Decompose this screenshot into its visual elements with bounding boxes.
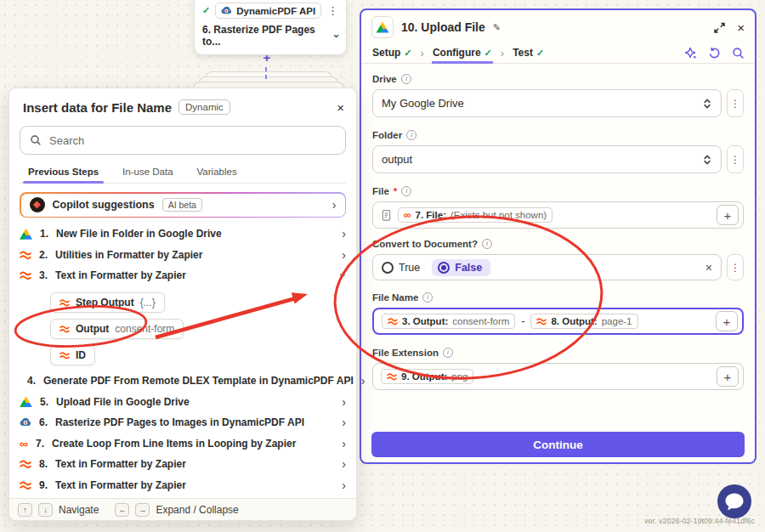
search-box[interactable]: [20, 126, 346, 155]
folder-field-menu-button[interactable]: ⋮: [727, 145, 744, 173]
info-icon[interactable]: i: [443, 348, 453, 358]
radio-true[interactable]: True: [382, 262, 420, 274]
output-pill-step-output[interactable]: Step Output {...}: [50, 292, 165, 313]
insert-data-button[interactable]: +: [716, 311, 738, 331]
ai-sparkle-icon[interactable]: [684, 47, 697, 59]
close-icon[interactable]: ×: [337, 101, 344, 114]
step-number: 9.: [39, 479, 48, 491]
file-name-token-1[interactable]: 3. Output: consent-form: [382, 314, 515, 329]
step-menu-button[interactable]: ⋮: [327, 4, 338, 17]
formatter-icon: [60, 297, 70, 308]
pill-value: {...}: [140, 297, 156, 308]
drive-select[interactable]: My Google Drive: [372, 89, 722, 117]
chevron-down-icon[interactable]: ›: [330, 34, 343, 37]
info-icon[interactable]: i: [406, 130, 416, 140]
tab-variables[interactable]: Variables: [197, 163, 237, 183]
formatter-icon: [387, 371, 397, 382]
step-label: Text in Formatter by Zapier: [55, 269, 186, 281]
tab-separator-chevron: ›: [421, 47, 424, 59]
info-icon[interactable]: i: [422, 292, 433, 303]
info-icon[interactable]: i: [401, 74, 411, 84]
tab-configure[interactable]: Configure ✓: [432, 42, 493, 63]
step-row-9[interactable]: 9. Text in Formatter by Zapier ›: [20, 475, 346, 496]
file-name-token-2[interactable]: 8. Output: page-1: [530, 314, 638, 329]
folder-value: output: [382, 153, 702, 166]
select-stepper-icon: [702, 153, 712, 167]
step-number: 7.: [36, 438, 44, 450]
step-row-4[interactable]: 4. Generate PDF From Remote DLEX Templat…: [20, 371, 346, 392]
folder-select[interactable]: output: [372, 145, 722, 173]
info-icon[interactable]: i: [401, 186, 411, 196]
step-label: Generate PDF From Remote DLEX Template i…: [43, 375, 354, 387]
drive-value: My Google Drive: [382, 97, 702, 110]
output-pill-id[interactable]: ID: [50, 345, 95, 365]
chevron-right-icon: ›: [342, 228, 346, 240]
refresh-icon[interactable]: [708, 47, 721, 59]
file-input[interactable]: ∞ 7. File: (Exists but not shown) +: [372, 201, 744, 229]
step-card-rasterize[interactable]: ✓ DynamicPDF API ⋮ 6. Rasterize PDF Page…: [194, 0, 347, 55]
convert-label: Convert to Document?: [372, 239, 478, 249]
step-label: Create Loop From Line Items in Looping b…: [52, 438, 296, 450]
step-row-8[interactable]: 8. Text in Formatter by Zapier ›: [20, 454, 346, 475]
step-number: 1.: [40, 228, 48, 240]
chevron-right-icon: ›: [342, 458, 346, 470]
tab-in-use-data[interactable]: In-use Data: [122, 163, 173, 183]
step-number: 8.: [39, 458, 48, 470]
dynamicpdf-icon: [20, 416, 31, 428]
step-row-2[interactable]: 2. Utilities in Formatter by Zapier ›: [20, 245, 346, 266]
insert-data-button[interactable]: +: [717, 205, 739, 225]
continue-button[interactable]: Continue: [371, 432, 745, 457]
file-token[interactable]: ∞ 7. File: (Exists but not shown): [398, 207, 552, 223]
token-separator: -: [521, 315, 524, 327]
step-row-1[interactable]: 1. New File in Folder in Google Drive ›: [20, 224, 346, 245]
step-row-7[interactable]: ∞ 7. Create Loop From Line Items in Loop…: [20, 433, 346, 455]
formatter-icon: [20, 269, 31, 281]
tab-previous-steps[interactable]: Previous Steps: [28, 163, 99, 183]
clear-field-icon[interactable]: ×: [706, 261, 712, 274]
formatter-icon: [60, 324, 70, 334]
tab-test[interactable]: Test ✓: [512, 42, 545, 63]
token-prefix: 3. Output:: [402, 316, 448, 326]
expand-icon[interactable]: [714, 22, 725, 33]
keyboard-hints-bar: ↑ ↓ Navigate ← → Expand / Collapse: [9, 498, 356, 520]
output-pill-output[interactable]: Output consent-form: [50, 319, 184, 339]
search-input[interactable]: [49, 134, 336, 147]
drive-field-menu-button[interactable]: ⋮: [727, 89, 744, 117]
field-convert: Convert to Document?i True False × ⋮: [372, 239, 744, 280]
insert-data-button[interactable]: +: [717, 366, 739, 387]
token-value: (Exists but not shown): [450, 210, 547, 220]
workflow-connector-line: [265, 67, 267, 79]
step-card-title: 6. Rasterize PDF Pages to...: [202, 24, 335, 48]
zapier-editor-canvas: { "icons": { "check": "✓", "dots": "⋮", …: [0, 0, 765, 532]
copilot-suggestions-row[interactable]: Copilot suggestions AI beta ›: [20, 192, 346, 218]
tab-configure-label: Configure: [433, 47, 481, 59]
convert-field-menu-button[interactable]: ⋮: [727, 254, 744, 280]
formatter-icon: [20, 249, 31, 261]
token-value: page-1: [602, 316, 632, 326]
google-drive-icon: [20, 229, 32, 240]
select-stepper-icon: [702, 97, 712, 110]
file-extension-input[interactable]: 9. Output: png +: [372, 363, 744, 390]
search-icon: [30, 134, 42, 146]
step-row-3[interactable]: 3. Text in Formatter by Zapier ›: [20, 265, 346, 286]
step-number: 6.: [39, 416, 48, 428]
chevron-right-icon: ›: [332, 199, 337, 211]
dynamicpdf-icon: [221, 5, 232, 16]
insert-panel-tabbar: Previous Steps In-use Data Variables: [20, 163, 346, 184]
formatter-icon: [388, 316, 398, 326]
rename-step-icon[interactable]: ✎: [493, 22, 501, 33]
close-icon[interactable]: ×: [737, 21, 745, 34]
step-label: Text in Formatter by Zapier: [55, 479, 186, 491]
file-name-input[interactable]: 3. Output: consent-form - 8. Output: pag…: [372, 308, 744, 335]
chevron-right-icon: ›: [342, 249, 346, 261]
step-row-6[interactable]: 6. Rasterize PDF Pages to Images in Dyna…: [20, 412, 346, 433]
search-icon[interactable]: [732, 47, 745, 59]
formatter-icon: [20, 458, 31, 470]
step-row-5[interactable]: 5. Upload File in Google Drive ›: [20, 391, 346, 412]
tab-setup[interactable]: Setup ✓: [371, 42, 413, 63]
radio-false-selected[interactable]: False: [432, 259, 490, 276]
info-icon[interactable]: i: [482, 239, 492, 249]
pill-label: Output: [76, 323, 109, 335]
file-extension-token[interactable]: 9. Output: png: [381, 369, 473, 384]
chat-widget-button[interactable]: [717, 484, 751, 518]
